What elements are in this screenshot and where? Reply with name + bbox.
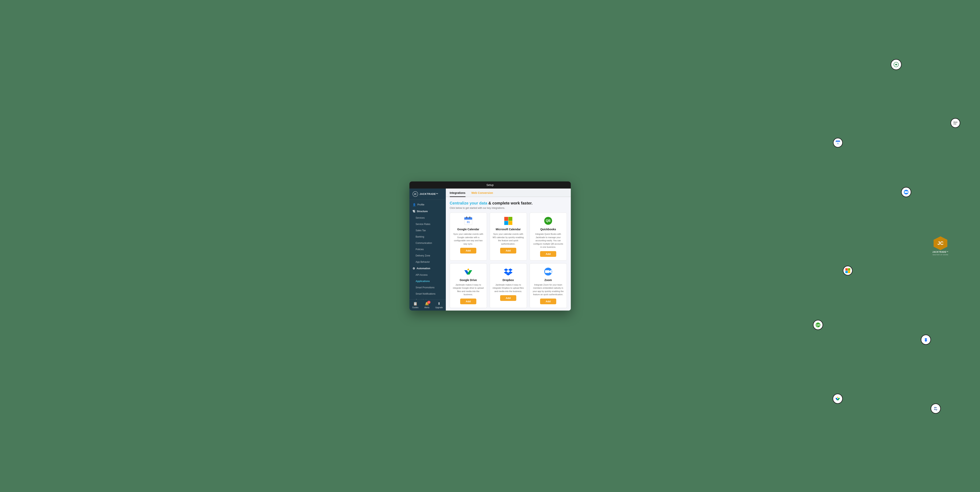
tab-integrations[interactable]: Integrations [450, 188, 466, 197]
alerts-badge: 22 [427, 301, 430, 304]
sidebar-label-policies: Policies [416, 248, 424, 251]
ms-calendar-add-btn[interactable]: Add [500, 248, 516, 253]
integration-card-microsoft-calendar: Microsoft Calendar Sync your calendar ev… [490, 213, 527, 261]
upgrade-label: Upgrade [435, 306, 443, 309]
google-drive-title: Google Drive [460, 279, 477, 282]
jacktrade-center-logo: JC JACKTRADE™ MASTER OF MORE [932, 236, 948, 256]
content-area: Centralize your data & complete work fas… [446, 197, 571, 310]
sidebar-item-delivery-zone[interactable]: Delivery Zone [409, 253, 446, 259]
tabs-bar: Integrations Web Conversion [446, 188, 571, 197]
dropbox-bg-icon [921, 334, 931, 345]
alerts-nav-item[interactable]: 🔔 22 Alerts [424, 301, 430, 309]
page-title-normal: & complete work faster. [487, 201, 533, 205]
sidebar-item-applications[interactable]: Applications [409, 278, 446, 284]
sidebar-label-delivery-zone: Delivery Zone [416, 254, 430, 257]
tab-web-conversion[interactable]: Web Conversion [471, 188, 493, 197]
sidebar-label-structure: Structure [417, 210, 428, 213]
jt-tagline: MASTER OF MORE [932, 254, 948, 256]
integration-card-google-calendar: 31 Google Calendar Sync your calendar ev… [450, 213, 487, 261]
svg-text:31: 31 [837, 142, 839, 145]
sidebar: JC JACKTRADE™ 👤 Profile 🏗 Structure Serv… [409, 188, 446, 310]
sidebar-label-smart-promotions: Smart Promotions [416, 286, 434, 289]
google-calendar-title: Google Calendar [457, 228, 479, 231]
svg-rect-15 [466, 217, 467, 218]
wepay-bg-icon: WePay [931, 403, 941, 414]
dropbox-icon [504, 267, 513, 276]
guides-nav-item[interactable]: 📋 Guides [412, 301, 418, 309]
sidebar-label-applications: Applications [416, 280, 430, 283]
page-title-highlight: Centralize your data [450, 201, 487, 205]
sidebar-item-smart-notifications[interactable]: Smart Notifications [409, 291, 446, 297]
page-header: Centralize your data & complete work fas… [450, 201, 567, 209]
sidebar-item-automation[interactable]: ⚙ Automation [409, 265, 446, 272]
sidebar-label-profile: Profile [417, 203, 424, 206]
window-title: Setup [486, 183, 494, 186]
sidebar-item-profile[interactable]: 👤 Profile [409, 201, 446, 208]
sidebar-item-sales-tax[interactable]: Sales Tax [409, 227, 446, 234]
sidebar-item-api-access[interactable]: API Access [409, 272, 446, 278]
google-drive-add-btn[interactable]: Add [460, 299, 476, 304]
sidebar-item-banking[interactable]: Banking [409, 234, 446, 240]
sidebar-nav: 👤 Profile 🏗 Structure Services Service R… [409, 200, 446, 299]
svg-rect-18 [504, 217, 508, 221]
sidebar-label-automation: Automation [417, 267, 430, 270]
sidebar-bottom-nav: 📋 Guides 🔔 22 Alerts ⬆ Upgrade [409, 299, 446, 310]
sidebar-item-app-behavior[interactable]: App Behavior [409, 259, 446, 265]
zoom-icon [544, 267, 553, 276]
guides-icon: 📋 [413, 301, 417, 306]
svg-rect-6 [845, 268, 848, 271]
quickbooks-title: Quickbooks [540, 228, 556, 231]
gcal-bg-icon: 31 [833, 138, 843, 148]
sidebar-label-app-behavior: App Behavior [416, 261, 430, 263]
sidebar-item-services[interactable]: Services [409, 215, 446, 221]
integration-card-quickbooks: QB Quickbooks Integrate Quick Books with… [530, 213, 567, 261]
sidebar-item-service-rates[interactable]: Service Rates [409, 221, 446, 227]
svg-rect-7 [848, 268, 850, 271]
guides-label: Guides [412, 306, 418, 309]
svg-rect-8 [845, 271, 848, 273]
svg-text:QB: QB [816, 323, 820, 326]
sidebar-item-smart-actions[interactable]: Smart Actions [409, 297, 446, 299]
upgrade-nav-item[interactable]: ⬆ Upgrade [435, 301, 443, 309]
sidebar-label-communication: Communication [416, 242, 432, 244]
zoom-bg-icon [901, 187, 911, 197]
sidebar-item-smart-promotions[interactable]: Smart Promotions [409, 284, 446, 291]
svg-rect-25 [545, 270, 549, 273]
jt-hex-logo: JC [934, 236, 947, 250]
google-calendar-add-btn[interactable]: Add [460, 248, 476, 253]
jt-brand-name: JACKTRADE™ [932, 251, 948, 253]
quickbooks-desc: Integrate Quick Books with Jacktrade to … [533, 232, 564, 249]
dropbox-add-btn[interactable]: Add [500, 295, 516, 301]
svg-point-0 [894, 62, 899, 67]
sidebar-label-api-access: API Access [416, 274, 428, 276]
sidebar-item-structure[interactable]: 🏗 Structure [409, 208, 446, 215]
fiserv-bg-icon [891, 59, 902, 70]
integration-grid: 31 Google Calendar Sync your calendar ev… [450, 213, 567, 310]
sidebar-item-policies[interactable]: Policies [409, 246, 446, 253]
ms-calendar-desc: Sync your calendar events with MS calend… [493, 232, 524, 245]
svg-rect-16 [469, 217, 470, 218]
svg-rect-3 [836, 141, 840, 142]
quickbooks-add-btn[interactable]: Add [540, 251, 556, 257]
google-drive-desc: Jacktrade makes it easy to integrate Goo… [453, 283, 484, 296]
integration-card-zoom: Zoom Integrate Zoom for your team member… [530, 263, 567, 308]
sidebar-label-services: Services [416, 217, 425, 219]
zoom-desc: Integrate Zoom for your team members emb… [533, 283, 564, 296]
zoom-add-btn[interactable]: Add [540, 299, 556, 304]
google-calendar-desc: Sync your calendar events with Google ca… [453, 232, 484, 245]
integration-card-dropbox: Dropbox Jacktrade makes it easy to integ… [490, 263, 527, 308]
qb-bg-icon: QB [813, 320, 823, 330]
svg-point-10 [816, 323, 820, 327]
sidebar-logo: JC JACKTRADE™ [409, 188, 446, 200]
svg-rect-14 [464, 218, 472, 220]
svg-rect-1 [836, 140, 840, 145]
svg-text:QB: QB [546, 219, 550, 222]
svg-rect-19 [508, 217, 512, 221]
google-calendar-icon: 31 [464, 216, 473, 225]
upgrade-icon: ⬆ [438, 301, 441, 306]
logo-text: JACKTRADE™ [420, 193, 439, 196]
braintree-bg-icon: Braintree [950, 118, 960, 128]
titlebar: Setup [409, 182, 571, 188]
sidebar-item-communication[interactable]: Communication [409, 240, 446, 246]
automation-icon: ⚙ [412, 267, 415, 270]
